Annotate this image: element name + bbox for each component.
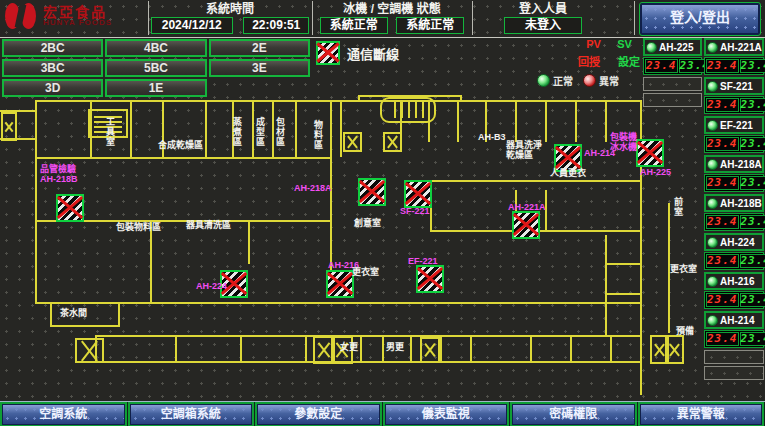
system-date-value: 2024/12/12 [151, 17, 233, 34]
system-time-section: 系統時間 2024/12/12 22:09:51 [148, 1, 311, 35]
floor-button-3E[interactable]: 3E [209, 59, 310, 77]
sv-value: 23.4 [740, 137, 765, 151]
pv-value: 23.4 [706, 215, 739, 229]
unit-name-label: EF-221 [720, 120, 753, 131]
logo-icon [4, 2, 38, 30]
abnormal-led-icon [583, 74, 596, 87]
floor-button-5BC[interactable]: 5BC [105, 59, 206, 77]
stairwell-icon [383, 132, 402, 152]
system-time-label: 系統時間 [149, 1, 311, 17]
map-ahu-label: SF-221 [400, 207, 430, 217]
unit-values-SF-221: 23.423.4 [704, 96, 764, 114]
pv-label: PV [586, 38, 601, 50]
sv-value: 23.4 [740, 176, 765, 190]
unit-values-AH-218A: 23.423.4 [704, 174, 764, 192]
sv-value: 23.4 [740, 293, 765, 307]
wall-segment [118, 302, 120, 327]
room-label: 合成乾燥區 [158, 141, 203, 151]
unit-button-AH-221A[interactable]: AH-221A [704, 38, 764, 56]
wall-segment [248, 222, 250, 264]
floor-button-4BC[interactable]: 4BC [105, 39, 206, 57]
unit-button-AH-225[interactable]: AH-225 [643, 38, 702, 56]
map-ahu-AH-225[interactable] [636, 139, 664, 167]
unit-values-AH-225: 23.423.4 [643, 57, 702, 75]
wall-segment [457, 100, 459, 142]
unit-column-right: AH-221A23.423.4SF-22123.423.4EF-22123.42… [704, 38, 764, 382]
nav-button-密碼權限[interactable]: 密碼權限 [512, 404, 635, 425]
floor-button-3BC[interactable]: 3BC [2, 59, 103, 77]
wall-segment [420, 180, 642, 182]
wall-segment [515, 100, 517, 142]
unit-status-led [707, 237, 718, 248]
map-ahu-AH-221A[interactable] [512, 211, 540, 239]
nav-button-空調系統[interactable]: 空調系統 [2, 404, 125, 425]
unit-button-AH-214[interactable]: AH-214 [704, 311, 764, 329]
login-person-value: 未登入 [504, 17, 582, 34]
logo-title: 宏亞食品 [43, 5, 112, 19]
wall-segment [360, 337, 362, 361]
unit-values-AH-224: 23.423.4 [704, 252, 764, 270]
room-label: 蒸煮區 [231, 117, 241, 147]
map-ahu-label: AH-225 [640, 168, 671, 178]
nav-button-異常警報[interactable]: 異常警報 [640, 404, 763, 425]
company-logo: 宏亞食品 HUNYA FOODS [4, 2, 112, 30]
unit-name-label: AH-224 [720, 237, 754, 248]
floor-button-2E[interactable]: 2E [209, 39, 310, 57]
wall-segment [95, 335, 642, 337]
stairwell-icon [343, 132, 362, 152]
unit-status-led [646, 42, 657, 53]
room-label: 器具洗淨 乾燥區 [506, 141, 542, 161]
top-bar: 宏亞食品 HUNYA FOODS 系統時間 2024/12/12 22:09:5… [0, 0, 765, 38]
setpoint-label: 設定 [618, 53, 640, 69]
sv-value: 23.4 [740, 332, 765, 346]
unit-button-SF-221[interactable]: SF-221 [704, 77, 764, 95]
machine-status-section: 冰機 / 空調機 狀態 系統正常 系統正常 [312, 1, 471, 35]
wall-segment [575, 100, 577, 142]
unit-button-EF-221[interactable]: EF-221 [704, 116, 764, 134]
wall-segment [35, 157, 332, 159]
sv-value: 23.4 [740, 59, 765, 73]
unit-values-AH-221A: 23.423.4 [704, 57, 764, 75]
wall-segment [382, 337, 384, 361]
map-ahu-EF-221[interactable] [416, 265, 444, 293]
room-label: 成型區 [254, 117, 264, 147]
map-ahu-SF-221[interactable] [404, 180, 432, 208]
map-ahu-AH-218A[interactable] [358, 178, 386, 206]
unit-button-AH-224[interactable]: AH-224 [704, 233, 764, 251]
floor-buttons: 2BC4BC2E3BC5BC3E3D1E [2, 39, 310, 97]
wall-segment [605, 100, 607, 142]
login-logout-button[interactable]: 登入/登出 [640, 3, 760, 35]
nav-button-儀表監視[interactable]: 儀表監視 [385, 404, 508, 425]
unit-status-led [707, 42, 718, 53]
unit-button-AH-218A[interactable]: AH-218A [704, 155, 764, 173]
feedback-label: 回授 [578, 53, 600, 69]
wall-segment [440, 337, 442, 361]
wall-segment [570, 337, 572, 361]
unit-status-led [707, 81, 718, 92]
room-label: 包材區 [274, 117, 284, 147]
unit-name-label: AH-221A [720, 42, 762, 53]
nav-button-空調箱系統[interactable]: 空調箱系統 [130, 404, 253, 425]
wall-segment [35, 302, 642, 304]
status-legend: 正常 異常 [537, 73, 619, 88]
wall-segment [605, 263, 640, 265]
floor-button-2BC[interactable]: 2BC [2, 39, 103, 57]
map-ahu-label: EF-221 [408, 257, 438, 267]
map-ahu-品管檢驗-AH-218B[interactable] [56, 194, 84, 222]
nav-button-參數設定[interactable]: 參數設定 [257, 404, 380, 425]
sv-value: 23.4 [740, 254, 765, 268]
room-label: 更衣室 [670, 265, 697, 275]
unit-button-AH-216[interactable]: AH-216 [704, 272, 764, 290]
footer-cell: 儀表監視 [383, 402, 510, 426]
stairwell-icon [1, 112, 17, 141]
map-ahu-AH-216[interactable] [326, 270, 354, 298]
unit-button-AH-218B[interactable]: AH-218B [704, 194, 764, 212]
wall-segment [410, 337, 412, 361]
comm-loss-icon [316, 41, 340, 65]
unit-values-AH-218B: 23.423.4 [704, 213, 764, 231]
map-ahu-label: AH-221A [508, 203, 546, 213]
login-section: 登入人員 未登入 [472, 1, 613, 35]
room-label: AH-B3 [478, 133, 506, 143]
unit-name-label: AH-216 [720, 276, 754, 287]
normal-led-icon [537, 74, 550, 87]
